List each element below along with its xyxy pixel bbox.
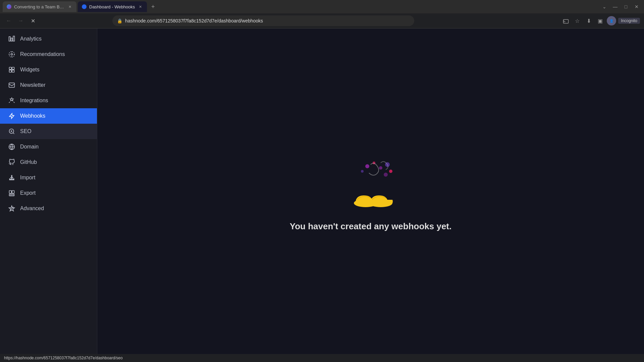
address-actions: ☆ ⬇ ▣ 👤 Incognito [561,16,640,25]
forward-button[interactable]: → [16,16,25,25]
sidebar-item-recommendations[interactable]: Recommendations [0,47,97,62]
main-content: You haven't created any webhooks yet. [97,28,644,362]
sidebar-label-analytics: Analytics [20,36,42,42]
svg-rect-2 [11,38,12,41]
newsletter-icon [8,81,15,89]
svg-rect-6 [9,67,12,70]
browser-chrome: Converting to a Team Blog | Ha... ✕ Dash… [0,0,644,28]
sidebar-label-integrations: Integrations [20,98,48,104]
sidebar-item-domain[interactable]: Domain [0,139,97,155]
sidebar-label-advanced: Advanced [20,205,44,212]
advanced-icon [8,205,15,212]
new-tab-button[interactable]: + [148,2,158,11]
tab-favicon-1 [7,4,11,9]
sidebar-item-advanced[interactable]: Advanced [0,201,97,216]
profile-button[interactable]: 👤 [607,16,616,25]
sidebar-item-seo[interactable]: SEO [0,124,97,139]
webhooks-icon [8,112,15,120]
tab-converting[interactable]: Converting to a Team Blog | Ha... ✕ [3,1,76,12]
analytics-icon [8,35,15,43]
download-icon[interactable]: ⬇ [584,16,593,25]
svg-point-17 [365,164,369,168]
domain-icon [8,143,15,150]
tab-title-1: Converting to a Team Blog | Ha... [14,4,64,9]
sidebar-label-webhooks: Webhooks [20,113,45,119]
sidebar-label-newsletter: Newsletter [20,82,46,88]
svg-point-23 [384,173,388,177]
url-text: hashnode.com/6571258037f7fa8c152d7d7e/da… [125,18,410,23]
svg-rect-8 [9,70,12,72]
status-url: https://hashnode.com/6571258037f7fa8c152… [4,356,123,360]
svg-point-21 [389,170,392,173]
sidebar-item-integrations[interactable]: Integrations [0,93,97,108]
tab-close-1[interactable]: ✕ [67,4,72,9]
minimize-button[interactable]: — [610,2,620,11]
tab-bar: Converting to a Team Blog | Ha... ✕ Dash… [0,0,644,13]
tab-controls: ⌄ — □ ✕ [600,2,641,11]
empty-illustration [337,160,404,213]
sidebar-label-seo: SEO [20,128,32,134]
svg-rect-7 [12,67,14,70]
back-button[interactable]: ← [4,16,13,25]
import-icon [8,174,15,181]
svg-point-5 [11,54,13,55]
svg-rect-0 [564,19,569,23]
app-layout: Analytics Recommendations Widgets [0,28,644,362]
tab-title-2: Dashboard - Webhooks [89,4,135,9]
sidebar-label-recommendations: Recommendations [20,51,65,57]
lock-icon: 🔒 [117,18,122,23]
sidebar-item-newsletter[interactable]: Newsletter [0,77,97,93]
close-window-button[interactable]: ✕ [632,2,641,11]
svg-rect-13 [9,191,12,193]
empty-state: You haven't created any webhooks yet. [97,28,644,362]
sidebar-item-export[interactable]: Export [0,185,97,201]
restore-button[interactable]: □ [621,2,631,11]
svg-rect-10 [9,83,15,87]
sidebar-label-widgets: Widgets [20,67,40,73]
tab-favicon-2 [82,4,87,9]
github-icon [8,159,15,166]
refresh-button[interactable]: ✕ [28,16,38,25]
sidebar-item-import[interactable]: Import [0,170,97,185]
sidebar-item-github[interactable]: GitHub [0,155,97,170]
tab-close-2[interactable]: ✕ [138,4,143,9]
svg-rect-9 [12,70,14,72]
integrations-icon [8,97,15,104]
tablet-icon[interactable]: ▣ [595,16,605,25]
sidebar-label-github: GitHub [20,159,37,165]
sidebar: Analytics Recommendations Widgets [0,28,97,362]
url-bar[interactable]: 🔒 hashnode.com/6571258037f7fa8c152d7d7e/… [112,15,414,26]
bookmark-icon[interactable]: ☆ [573,16,582,25]
seo-icon [8,128,15,135]
svg-rect-1 [9,37,10,41]
recommendations-icon [8,51,15,58]
sidebar-item-widgets[interactable]: Widgets [0,62,97,77]
sidebar-label-import: Import [20,175,35,181]
tab-webhooks[interactable]: Dashboard - Webhooks ✕ [78,1,147,12]
status-bar: https://hashnode.com/6571258037f7fa8c152… [0,354,644,362]
svg-rect-14 [12,191,14,193]
sidebar-item-webhooks[interactable]: Webhooks [0,108,97,124]
sidebar-label-export: Export [20,190,36,196]
sidebar-item-analytics[interactable]: Analytics [0,31,97,47]
address-bar: ← → ✕ 🔒 hashnode.com/6571258037f7fa8c152… [0,13,644,28]
widgets-icon [8,66,15,73]
tab-list-button[interactable]: ⌄ [600,2,609,11]
svg-rect-3 [13,36,14,41]
svg-point-22 [361,170,364,173]
empty-message: You haven't created any webhooks yet. [290,221,452,232]
svg-point-19 [379,166,382,170]
sidebar-label-domain: Domain [20,144,39,150]
incognito-badge: Incognito [618,18,640,24]
export-icon [8,189,15,197]
cast-icon[interactable] [561,16,571,25]
